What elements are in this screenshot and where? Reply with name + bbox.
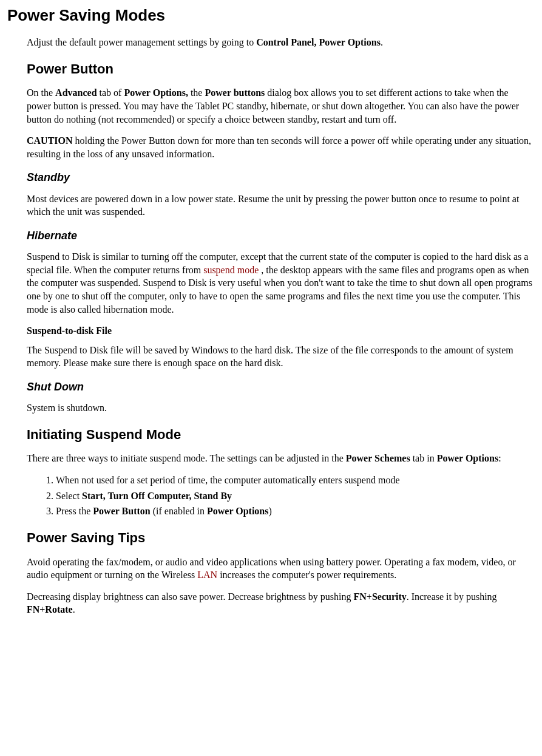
caution-label: CAUTION [27, 135, 73, 146]
text: . [381, 37, 383, 47]
subsection-heading-shutdown: Shut Down [27, 380, 535, 394]
text: There are three ways to initiate suspend… [27, 453, 346, 463]
text: the [188, 87, 205, 98]
bold-text: FN [354, 591, 367, 602]
text: Adjust the default power management sett… [27, 37, 256, 47]
text: (if enabled in [151, 506, 207, 516]
text: + [367, 591, 372, 602]
text: Select [56, 491, 82, 501]
shutdown-paragraph: System is shutdown. [27, 401, 535, 415]
lan-link[interactable]: LAN [197, 570, 217, 580]
text: holding the Power Button down for more t… [27, 135, 531, 159]
bold-text: Power Options [437, 453, 498, 463]
standby-paragraph: Most devices are powered down in a low p… [27, 192, 535, 219]
text: + [39, 604, 45, 615]
text: . Increase it by pushing [407, 591, 497, 602]
bold-text: Control Panel, Power Options [256, 37, 381, 47]
initiating-suspend-paragraph: There are three ways to initiate suspend… [27, 452, 535, 465]
bold-text: Power Options, [124, 87, 188, 98]
bold-text: FN [27, 604, 39, 615]
text: On the [27, 87, 55, 98]
text: Press the [56, 506, 93, 516]
subsection-heading-hibernate: Hibernate [27, 228, 535, 243]
intro-paragraph: Adjust the default power management sett… [27, 36, 535, 49]
list-item: When not used for a set period of time, … [56, 474, 535, 487]
bold-text: Power Schemes [346, 453, 410, 463]
suspend-mode-link[interactable]: suspend mode [203, 265, 259, 275]
tips-paragraph-2: Decreasing display brightness can also s… [27, 590, 535, 616]
section-heading-power-button: Power Button [27, 60, 535, 78]
section-heading-initiating-suspend: Initiating Suspend Mode [27, 426, 535, 444]
text: : [498, 453, 501, 463]
text: tab in [410, 453, 437, 463]
text: ) [268, 506, 271, 516]
text: . [73, 604, 75, 615]
bold-text: Power Button [93, 506, 150, 516]
text: Decreasing display brightness can also s… [27, 591, 354, 602]
list-item: Select Start, Turn Off Computer, Stand B… [56, 489, 535, 503]
hibernate-paragraph: Suspend to Disk is similar to turning of… [27, 250, 535, 316]
page-title: Power Saving Modes [7, 5, 535, 26]
tips-paragraph-1: Avoid operating the fax/modem, or audio … [27, 556, 535, 582]
list-item: Press the Power Button (if enabled in Po… [56, 505, 535, 518]
text: increases the computer's power requireme… [217, 570, 396, 580]
bold-text: Power buttons [205, 87, 265, 98]
suspend-file-paragraph: The Suspend to Disk file will be saved b… [27, 344, 535, 370]
suspend-mode-list: When not used for a set period of time, … [27, 474, 535, 518]
bold-text: Advanced [55, 87, 97, 98]
bold-text: Power Options [207, 506, 268, 516]
subsection-heading-standby: Standby [27, 170, 535, 185]
caution-paragraph: CAUTION holding the Power Button down fo… [27, 134, 535, 160]
power-button-paragraph: On the Advanced tab of Power Options, th… [27, 86, 535, 126]
bold-text: Start, Turn Off Computer, Stand By [82, 491, 232, 501]
text: tab of [97, 87, 124, 98]
bold-text: Security [372, 591, 407, 602]
subsubsection-heading-suspend-file: Suspend-to-disk File [27, 324, 535, 338]
section-heading-power-saving-tips: Power Saving Tips [27, 529, 535, 547]
bold-text: Rotate [45, 604, 72, 615]
